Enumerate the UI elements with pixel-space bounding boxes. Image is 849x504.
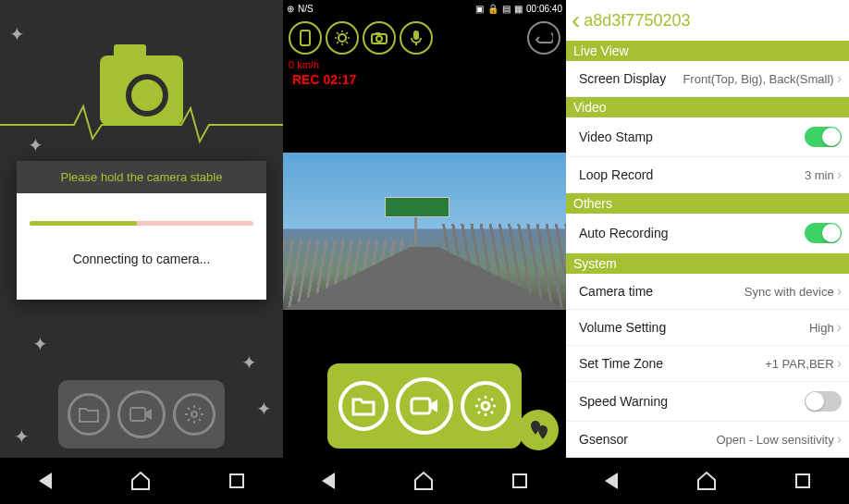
row-speed-warning[interactable]: Speed Warning: [566, 382, 849, 422]
row-label: Set Time Zone: [579, 356, 663, 371]
record-button[interactable]: [396, 377, 453, 435]
nav-back-icon[interactable]: [605, 473, 618, 489]
row-value: Open - Low sensitivity: [717, 433, 834, 447]
settings-button[interactable]: [461, 381, 511, 431]
top-toolbar: [283, 17, 566, 59]
toggle-auto-recording[interactable]: [805, 223, 842, 243]
back-chevron-icon[interactable]: ‹: [572, 6, 580, 35]
phone-button[interactable]: [289, 21, 322, 55]
row-video-stamp[interactable]: Video Stamp: [566, 117, 849, 157]
svg-point-9: [482, 402, 489, 410]
row-screen-display[interactable]: Screen Display Front(Top, Big), Back(Sma…: [566, 61, 849, 97]
files-button[interactable]: [338, 381, 388, 431]
toggle-speed-warning[interactable]: [805, 391, 842, 412]
row-value: High: [809, 321, 834, 335]
lock-icon: 🔒: [487, 4, 498, 14]
svg-rect-8: [412, 399, 430, 413]
brightness-button[interactable]: [326, 21, 359, 55]
svg-point-1: [191, 412, 197, 417]
sparkle-icon: ✦: [32, 333, 48, 355]
sparkle-icon: ✦: [256, 398, 272, 420]
row-gsensor[interactable]: Gsensor Open - Low sensitivity›: [566, 422, 849, 458]
modal-message: Connecting to camera...: [30, 252, 253, 266]
android-navbar: [283, 458, 566, 504]
chevron-right-icon: ›: [837, 355, 842, 372]
nav-home-icon[interactable]: [130, 471, 151, 491]
row-auto-recording[interactable]: Auto Recording: [566, 214, 849, 253]
page-title: a8d3f7750203: [584, 11, 690, 31]
section-live-view: Live View: [566, 41, 849, 61]
mic-button[interactable]: [400, 21, 433, 55]
row-volume[interactable]: Volume Setting High›: [566, 310, 849, 346]
sparkle-icon: ✦: [14, 425, 30, 448]
sparkle-icon: ✦: [28, 134, 43, 156]
snapshot-button[interactable]: [363, 21, 396, 55]
row-label: Video Stamp: [579, 129, 653, 144]
row-label: Speed Warning: [579, 394, 668, 409]
screen-live-view: ⊕ N/S ▣ 🔒 ▤ ▦ 00:06:40 0 km/h REC 02:17: [283, 0, 566, 504]
nav-home-icon[interactable]: [413, 471, 434, 491]
screen-settings: ‹ a8d3f7750203 Live View Screen Display …: [566, 0, 849, 504]
row-label: Volume Setting: [579, 320, 666, 335]
svg-rect-7: [413, 31, 419, 40]
chevron-right-icon: ›: [837, 431, 842, 448]
row-camera-time[interactable]: Camera time Sync with device›: [566, 274, 849, 310]
sd-icon: ▤: [502, 4, 511, 14]
nav-home-icon[interactable]: [696, 471, 717, 491]
progress-bar: [30, 221, 253, 226]
row-label: Auto Recording: [579, 226, 669, 240]
row-label: Camera time: [579, 284, 653, 299]
film-icon: ▦: [514, 4, 523, 14]
nav-recent-icon[interactable]: [795, 473, 810, 488]
android-navbar: [0, 458, 283, 504]
sparkle-icon: ✦: [9, 23, 25, 45]
compass-icon: ⊕: [287, 4, 294, 14]
svg-rect-0: [130, 408, 145, 421]
section-system: System: [566, 253, 849, 274]
map-pin-button[interactable]: [518, 410, 559, 450]
section-video: Video: [566, 97, 849, 117]
sparkle-icon: ✦: [241, 351, 257, 374]
chevron-right-icon: ›: [837, 319, 842, 336]
connecting-modal: Please hold the camera stable Connecting…: [17, 161, 266, 300]
nav-recent-icon[interactable]: [229, 473, 244, 488]
record-button[interactable]: [117, 390, 166, 438]
gps-icon: ▣: [475, 4, 484, 14]
toggle-video-stamp[interactable]: [805, 127, 842, 147]
rec-indicator: REC 02:17: [283, 72, 566, 87]
modal-title: Please hold the camera stable: [17, 161, 266, 193]
svg-point-3: [338, 34, 346, 42]
row-label: Loop Record: [579, 167, 653, 182]
row-value: Front(Top, Big), Back(Small): [683, 72, 833, 86]
nav-recent-icon[interactable]: [512, 473, 527, 488]
row-timezone[interactable]: Set Time Zone +1 PAR,BER›: [566, 346, 849, 382]
app-logo: [0, 55, 283, 125]
row-label: Gsensor: [579, 432, 628, 447]
row-value: 3 min: [805, 168, 834, 182]
section-others: Others: [566, 193, 849, 214]
header: ‹ a8d3f7750203: [566, 0, 849, 41]
back-button[interactable]: [527, 21, 560, 55]
status-bar: ⊕ N/S ▣ 🔒 ▤ ▦ 00:06:40: [283, 0, 566, 17]
chevron-right-icon: ›: [837, 283, 842, 300]
bottom-dock: [58, 380, 225, 449]
row-loop-record[interactable]: Loop Record 3 min›: [566, 157, 849, 193]
row-value: +1 PAR,BER: [765, 357, 834, 371]
svg-rect-2: [301, 31, 310, 45]
files-button[interactable]: [68, 393, 110, 436]
video-feed[interactable]: [283, 153, 566, 310]
svg-point-5: [376, 36, 382, 42]
settings-button[interactable]: [173, 393, 215, 436]
row-value: Sync with device: [744, 285, 834, 299]
compass-value: N/S: [298, 4, 314, 14]
speed-indicator: 0 km/h: [283, 59, 566, 70]
screen-loading: ✦ ✦ ✦ ✦ ✦ ✦ Please hold the camera stabl…: [0, 0, 283, 504]
svg-rect-6: [375, 32, 380, 35]
chevron-right-icon: ›: [837, 70, 842, 87]
row-label: Screen Display: [579, 71, 666, 86]
chevron-right-icon: ›: [837, 166, 842, 183]
nav-back-icon[interactable]: [39, 473, 52, 489]
bottom-dock: [327, 363, 522, 449]
nav-back-icon[interactable]: [322, 473, 335, 489]
android-navbar: [566, 458, 849, 504]
